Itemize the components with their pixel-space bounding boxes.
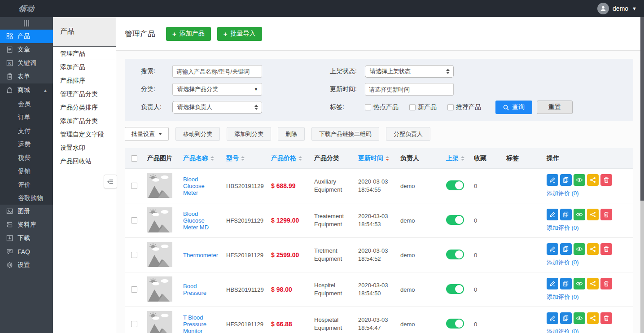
publish-toggle[interactable]: [446, 250, 464, 259]
search-input[interactable]: [172, 65, 262, 78]
bulk-action-button[interactable]: 移动到分类: [175, 127, 220, 141]
product-name-link[interactable]: Blood Glucose Meter MD: [183, 210, 223, 231]
product-name-link[interactable]: Blood Glucose Meter: [183, 176, 223, 196]
secondary-sidebar-item[interactable]: 产品分类排序: [53, 101, 116, 114]
product-thumbnail[interactable]: [147, 242, 172, 267]
tag-checkbox[interactable]: 推荐产品: [447, 103, 481, 111]
sidebar-subitem[interactable]: 支付: [0, 124, 53, 137]
sortable-column-header[interactable]: 产品名称: [180, 154, 223, 162]
bulk-action-button[interactable]: 删除: [278, 127, 305, 141]
product-thumbnail[interactable]: [147, 311, 172, 333]
add-review-link[interactable]: 添加评价 (0): [547, 259, 579, 267]
row-checkbox[interactable]: [131, 321, 137, 327]
secondary-sidebar-item[interactable]: 添加产品分类: [53, 114, 116, 127]
row-checkbox[interactable]: [131, 252, 137, 258]
sidebar-item[interactable]: 商城▲: [0, 83, 53, 97]
product-name-link[interactable]: Bood Pressure: [183, 283, 223, 296]
trash-icon[interactable]: [600, 278, 612, 289]
sidebar-subitem[interactable]: 谷歌购物: [0, 191, 53, 205]
trash-icon[interactable]: [600, 174, 612, 186]
status-select[interactable]: 请选择上架状态: [365, 65, 454, 78]
query-button[interactable]: 查询: [495, 101, 532, 114]
publish-toggle[interactable]: [446, 284, 464, 294]
sidebar-item[interactable]: 文章: [0, 43, 53, 57]
share-icon[interactable]: [587, 312, 599, 324]
select-all-checkbox[interactable]: [131, 155, 137, 162]
sortable-column-header[interactable]: 型号: [223, 154, 267, 162]
sidebar-item[interactable]: 图册: [0, 205, 53, 218]
sidebar-subitem[interactable]: 促销: [0, 164, 53, 178]
edit-icon[interactable]: [547, 243, 558, 255]
reset-button[interactable]: 重置: [537, 101, 573, 114]
sidebar-item[interactable]: FAQ: [0, 245, 53, 259]
edit-icon[interactable]: [547, 174, 558, 186]
sortable-column-header[interactable]: 更新时间: [355, 154, 397, 162]
sidebar-item[interactable]: K关键词: [0, 57, 53, 70]
checkbox[interactable]: [447, 104, 454, 110]
sidebar-subitem[interactable]: 评价: [0, 178, 53, 191]
category-select[interactable]: 请选择产品分类 ▼: [172, 83, 262, 96]
row-checkbox[interactable]: [131, 217, 137, 223]
publish-toggle[interactable]: [446, 180, 464, 190]
updated-time-input[interactable]: [365, 83, 454, 96]
sortable-column-header[interactable]: 产品价格: [267, 154, 311, 162]
trash-icon[interactable]: [600, 312, 612, 324]
copy-icon[interactable]: [560, 278, 572, 289]
publish-toggle[interactable]: [446, 215, 464, 225]
row-checkbox[interactable]: [131, 286, 137, 293]
sidebar-subitem[interactable]: 税费: [0, 151, 53, 164]
copy-icon[interactable]: [560, 209, 572, 220]
share-icon[interactable]: [587, 174, 599, 186]
add-review-link[interactable]: 添加评价 (0): [547, 328, 579, 333]
publish-toggle[interactable]: [446, 319, 464, 329]
copy-icon[interactable]: [560, 174, 572, 186]
row-checkbox[interactable]: [131, 183, 137, 189]
checkbox[interactable]: [365, 104, 371, 110]
secondary-sidebar-item[interactable]: 管理产品分类: [53, 87, 116, 101]
tag-checkbox[interactable]: 热点产品: [365, 103, 399, 111]
eye-icon[interactable]: [574, 312, 585, 324]
checkbox[interactable]: [409, 104, 416, 110]
bulk-settings-dropdown[interactable]: 批量设置: [125, 127, 169, 141]
owner-select[interactable]: 请选择负责人: [172, 101, 262, 114]
share-icon[interactable]: [587, 278, 599, 289]
sidebar-item[interactable]: 设置: [0, 259, 53, 272]
secondary-sidebar-item[interactable]: 添加产品: [53, 60, 116, 74]
product-thumbnail[interactable]: [147, 173, 172, 198]
edit-icon[interactable]: [547, 209, 558, 220]
secondary-sidebar-item[interactable]: 管理自定义字段: [53, 127, 116, 141]
trash-icon[interactable]: [600, 243, 612, 255]
product-name-link[interactable]: Thermometer: [183, 252, 223, 259]
sidebar-item[interactable]: 产品: [0, 30, 53, 43]
add-review-link[interactable]: 添加评价 (0): [547, 189, 579, 197]
copy-icon[interactable]: [560, 312, 572, 324]
bulk-action-button[interactable]: 分配负责人: [386, 127, 430, 141]
bulk-action-button[interactable]: 下载产品链接二维码: [311, 127, 379, 141]
bulk-import-button[interactable]: + 批量导入: [217, 27, 262, 41]
share-icon[interactable]: [587, 209, 599, 220]
sidebar-item[interactable]: 下载: [0, 232, 53, 245]
secondary-sidebar-item[interactable]: 设置水印: [53, 141, 116, 154]
sidebar-subitem[interactable]: 订单: [0, 110, 53, 124]
product-thumbnail[interactable]: [147, 276, 172, 302]
eye-icon[interactable]: [574, 209, 585, 220]
share-icon[interactable]: [587, 243, 599, 255]
submenu-collapse-button[interactable]: [104, 175, 117, 188]
sidebar-item[interactable]: 表单: [0, 70, 53, 83]
copy-icon[interactable]: [560, 243, 572, 255]
add-review-link[interactable]: 添加评价 (0): [547, 224, 579, 232]
eye-icon[interactable]: [574, 174, 585, 186]
secondary-sidebar-item[interactable]: 产品排序: [53, 74, 116, 87]
tag-checkbox[interactable]: 新产品: [409, 103, 437, 111]
eye-icon[interactable]: [574, 243, 585, 255]
secondary-sidebar-item[interactable]: 产品回收站: [53, 154, 116, 168]
eye-icon[interactable]: [574, 278, 585, 289]
edit-icon[interactable]: [547, 278, 558, 289]
product-thumbnail[interactable]: [147, 207, 172, 232]
sidebar-subitem[interactable]: 会员: [0, 97, 53, 110]
user-menu[interactable]: demo ▼: [597, 3, 637, 14]
edit-icon[interactable]: [547, 312, 558, 324]
sidebar-subitem[interactable]: 运费: [0, 137, 53, 151]
secondary-sidebar-item[interactable]: 管理产品: [53, 47, 116, 60]
add-product-button[interactable]: + 添加产品: [166, 27, 211, 41]
